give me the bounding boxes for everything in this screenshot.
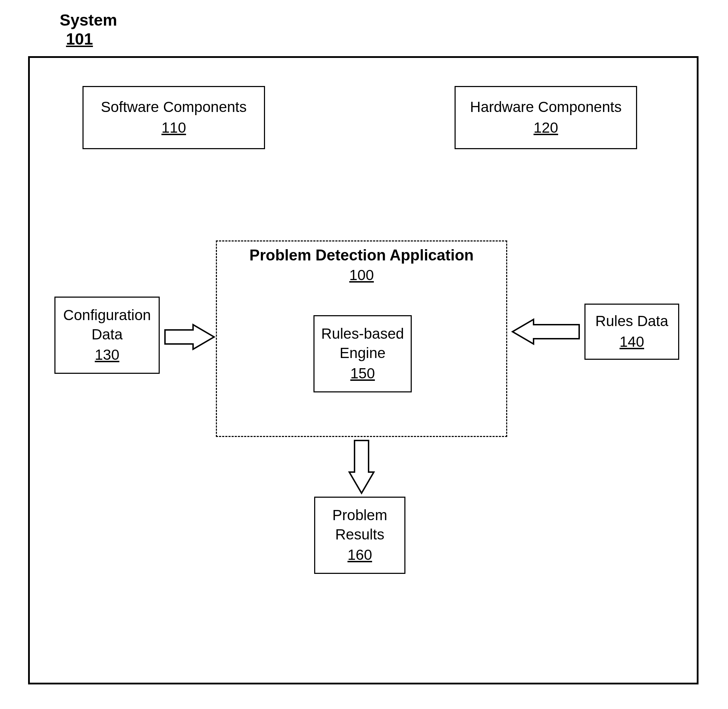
configuration-data-box: Configuration Data 130 bbox=[54, 296, 160, 374]
configuration-data-label1: Configuration bbox=[63, 306, 151, 325]
problem-results-box: Problem Results 160 bbox=[314, 497, 406, 574]
rules-data-number: 140 bbox=[620, 333, 644, 352]
hardware-components-number: 120 bbox=[534, 118, 558, 137]
system-label: System bbox=[60, 10, 117, 29]
problem-detection-app-label: Problem Detection Application bbox=[217, 247, 506, 264]
problem-detection-app-box: Problem Detection Application 100 Rules-… bbox=[216, 241, 507, 437]
rules-data-label: Rules Data bbox=[595, 312, 668, 331]
diagram-container: System 101 Software Components 110 Hardw… bbox=[28, 10, 699, 691]
system-outer-box: Software Components 110 Hardware Compone… bbox=[28, 56, 699, 684]
arrow-app-to-results bbox=[347, 439, 376, 495]
rules-engine-label1: Rules-based bbox=[321, 324, 404, 344]
software-components-number: 110 bbox=[162, 118, 186, 137]
problem-results-label2: Results bbox=[335, 525, 384, 544]
configuration-data-label2: Data bbox=[92, 325, 123, 344]
problem-results-number: 160 bbox=[347, 546, 372, 565]
problem-results-label1: Problem bbox=[333, 506, 387, 525]
hardware-components-label: Hardware Components bbox=[470, 98, 621, 117]
rules-engine-label2: Engine bbox=[340, 344, 386, 363]
hardware-components-box: Hardware Components 120 bbox=[455, 86, 637, 149]
configuration-data-number: 130 bbox=[95, 345, 119, 365]
software-components-label: Software Components bbox=[101, 98, 247, 117]
rules-data-box: Rules Data 140 bbox=[584, 303, 679, 360]
software-components-box: Software Components 110 bbox=[83, 86, 265, 149]
problem-detection-app-number: 100 bbox=[217, 267, 506, 284]
arrow-config-to-app bbox=[163, 323, 216, 351]
arrow-rules-to-app bbox=[511, 318, 581, 346]
rules-engine-box: Rules-based Engine 150 bbox=[314, 315, 412, 392]
system-number: 101 bbox=[66, 29, 93, 48]
rules-engine-number: 150 bbox=[350, 364, 375, 383]
